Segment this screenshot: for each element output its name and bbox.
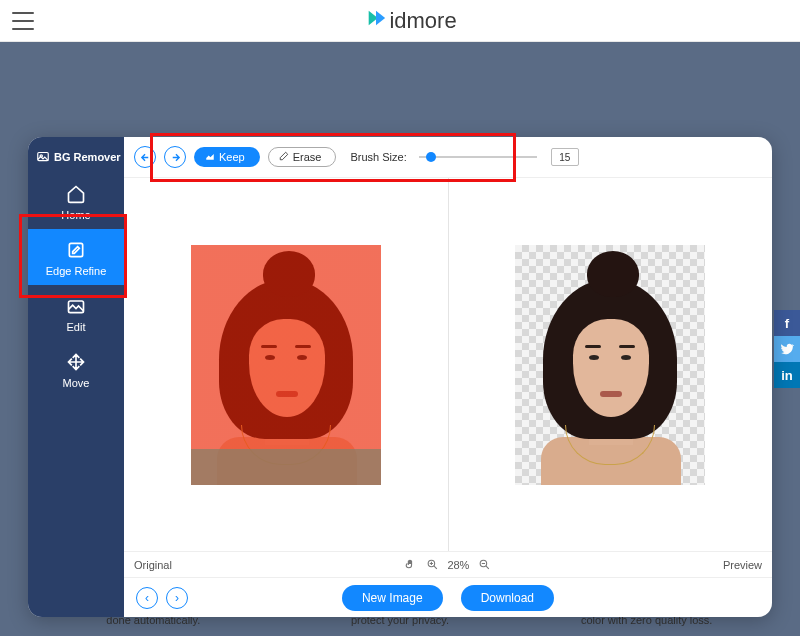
zoom-in-icon[interactable]	[425, 558, 439, 572]
facebook-share-button[interactable]: f	[774, 310, 800, 336]
prev-image-button[interactable]: ‹	[136, 587, 158, 609]
home-icon	[65, 183, 87, 205]
zoom-value: 28%	[447, 559, 469, 571]
preview-pane[interactable]	[448, 178, 773, 551]
editor-panel: BG Remover Home Edge Refine Edit	[28, 137, 772, 617]
linkedin-share-button[interactable]: in	[774, 362, 800, 388]
top-bar: idmore	[0, 0, 800, 42]
new-image-button[interactable]: New Image	[342, 585, 443, 611]
original-label: Original	[134, 559, 172, 571]
action-bar: ‹ › New Image Download	[124, 577, 772, 617]
brand-logo[interactable]: idmore	[365, 7, 456, 35]
zoom-out-icon[interactable]	[477, 558, 491, 572]
original-image	[191, 245, 381, 485]
move-icon	[65, 351, 87, 373]
panel-title-text: BG Remover	[54, 151, 121, 163]
brand-text: idmore	[389, 8, 456, 34]
next-image-button[interactable]: ›	[166, 587, 188, 609]
zoom-controls: 28%	[403, 558, 491, 572]
edit-icon	[65, 295, 87, 317]
bg-remover-icon	[36, 149, 50, 165]
brush-size-value[interactable]: 15	[551, 148, 579, 166]
sidebar-item-label: Edit	[67, 321, 86, 333]
editor-main: Keep Erase Brush Size: 15	[124, 137, 772, 617]
page-body: Equipped with AI (Artificial Intelligenc…	[0, 42, 800, 636]
hand-tool-icon[interactable]	[403, 558, 417, 572]
menu-icon[interactable]	[12, 12, 34, 30]
original-pane[interactable]	[124, 178, 448, 551]
highlight-edge-refine	[19, 214, 127, 298]
social-rail: f in	[774, 310, 800, 388]
sidebar-item-label: Move	[63, 377, 90, 389]
status-bar: Original 28% Preview	[124, 551, 772, 577]
preview-label: Preview	[723, 559, 762, 571]
brand-mark-icon	[365, 7, 387, 35]
workspace	[124, 177, 772, 551]
sidebar: BG Remover Home Edge Refine Edit	[28, 137, 124, 617]
download-button[interactable]: Download	[461, 585, 554, 611]
preview-image	[515, 245, 705, 485]
panel-title: BG Remover	[28, 145, 124, 173]
highlight-toolbar	[150, 133, 516, 182]
sidebar-item-move[interactable]: Move	[28, 341, 124, 397]
twitter-share-button[interactable]	[774, 336, 800, 362]
